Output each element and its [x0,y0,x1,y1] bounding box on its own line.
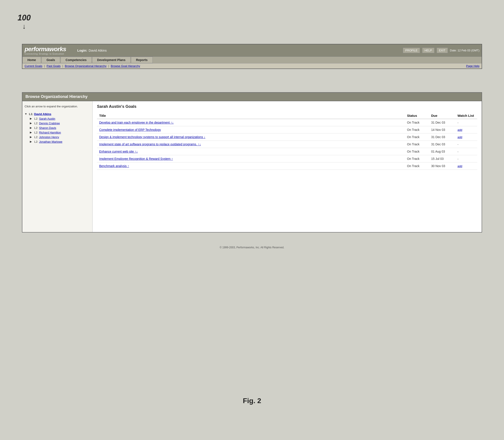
competencies-nav-button[interactable]: Competencies [61,57,92,63]
tree-item-david-atkins[interactable]: ▼L1: David Atkins [25,112,90,116]
due-column-header: Due [429,112,455,119]
table-row: Implement Employee Recognition & Reward … [97,155,477,163]
tree-prefix-6: L2: [34,140,38,143]
tree-arrow-3: ▶ [30,126,33,129]
tree-link-5[interactable]: Johnston Henry [39,136,59,139]
goal-title-0: Develop and train each employee in the d… [97,119,405,126]
tree-item-richard-hamilton[interactable]: ▶L2: Richard Hamilton [25,130,90,135]
tree-prefix-1: L2: [34,117,38,120]
current-goals-link[interactable]: Current Goals [25,64,42,68]
status-column-header: Status [405,112,429,119]
tree-item-dennis-crabtree[interactable]: ▶L2: Dennis Crabtree [25,121,90,125]
tree-link-3[interactable]: Sharon Davis [39,126,56,130]
watch-dash-4: - [457,150,458,153]
watch-add-link-1[interactable]: add [457,128,462,132]
profile-button[interactable]: PROFILE [403,48,420,53]
brand-logo: performaworks Connecting Strategy to Exe… [25,46,73,55]
goal-watch-0: - [455,119,477,126]
dev-plans-nav-button[interactable]: Development Plans [92,57,131,63]
goal-status-0: On Track [405,119,429,126]
tree-arrow-0: ▼ [25,112,28,115]
tree-arrow-4: ▶ [30,131,33,134]
exit-button[interactable]: EXIT [437,48,448,53]
tree-arrow-5: ▶ [30,136,33,138]
goals-pane: Sarah Austin's Goals Title Status Due Wa… [93,101,482,232]
goal-due-3: 31 Dec 03 [429,141,455,148]
goal-due-1: 14 Nov 03 [429,126,455,134]
scroll-indicator: 100 ↓ [18,13,31,30]
goal-link-3[interactable]: Implement state of art software programs… [99,142,201,146]
browse-goal-link[interactable]: Browse Goal Hierarchy [111,64,140,68]
hierarchy-pane: Click an arrow to expand the organizatio… [22,101,93,232]
goal-status-5: On Track [405,155,429,163]
goal-title-2: Design & implement technology systems to… [97,134,405,141]
goal-link-5[interactable]: Implement Employee Recognition & Reward … [99,157,173,161]
fig-caption: Fig. 2 [0,397,504,405]
table-row: Develop and train each employee in the d… [97,119,477,126]
goal-link-4[interactable]: Enhance current web site ↑↓ [99,150,138,153]
tree-arrow-2: ▶ [30,122,33,125]
footer: © 1999-2003, Performaworks, Inc. All Rig… [22,246,482,249]
tree-item-johnston-henry[interactable]: ▶L2: Johnston Henry [25,135,90,139]
goal-watch-4: - [455,148,477,155]
tree-prefix-0: L1: [29,112,33,116]
reports-nav-button[interactable]: Reports [131,57,153,63]
table-row: Design & implement technology systems to… [97,134,477,141]
browse-org-link[interactable]: Browse Organizational Hierarchy [65,64,106,68]
tree-prefix-3: L2: [34,126,38,130]
past-goals-link[interactable]: Past Goals [47,64,61,68]
tree-item-sarah-austin[interactable]: ▶L2: Sarah Austin [25,116,90,121]
goal-status-1: On Track [405,126,429,134]
goal-watch-6[interactable]: add [455,163,477,170]
header-actions: PROFILE HELP EXIT Date: 12 Feb 03 (GMT) [403,48,479,53]
main-content: Browse Organizational Hierarchy Click an… [22,92,482,233]
goal-link-0[interactable]: Develop and train each employee in the d… [99,121,173,124]
watch-add-link-6[interactable]: add [457,165,462,168]
goal-link-6[interactable]: Benchmark analysis ↑ [99,164,129,168]
goal-title-4: Enhance current web site ↑↓ [97,148,405,155]
tree-prefix-2: L2: [34,122,38,125]
goal-title-6: Benchmark analysis ↑ [97,163,405,170]
login-label: Login: [77,49,87,52]
table-row: Complete implementation of ERP Technolog… [97,126,477,134]
goal-link-1[interactable]: Complete implementation of ERP Technolog… [99,128,161,132]
help-button[interactable]: HELP [422,48,435,53]
goals-table-body: Develop and train each employee in the d… [97,119,477,170]
goal-status-3: On Track [405,141,429,148]
goal-link-2[interactable]: Design & implement technology systems to… [99,135,205,139]
login-section: Login: David Atkins [77,49,398,52]
tree-link-0[interactable]: David Atkins [34,112,51,116]
table-row: Benchmark analysis ↑On Track30 Nov 03add [97,163,477,170]
goals-table: Title Status Due Watch List Develop and … [97,112,477,170]
scroll-arrow: ↓ [18,22,31,30]
tree-link-2[interactable]: Dennis Crabtree [39,122,60,125]
goal-watch-5: - [455,155,477,163]
watch-add-link-2[interactable]: add [457,136,462,139]
goal-watch-1[interactable]: add [455,126,477,134]
home-nav-button[interactable]: Home [22,57,41,63]
goal-due-5: 15 Jul 03 [429,155,455,163]
tree-item-sharon-davis[interactable]: ▶L2: Sharon Davis [25,125,90,130]
tree-prefix-5: L2: [34,136,38,139]
section-header: Browse Organizational Hierarchy [22,92,482,101]
watch-dash-3: - [457,143,458,146]
tree-link-4[interactable]: Richard Hamilton [39,131,61,134]
watch-dash-0: - [457,121,458,124]
date-display: Date: 12 Feb 03 (GMT) [450,49,479,52]
tree-prefix-4: L2: [34,131,38,134]
header-bar: performaworks Connecting Strategy to Exe… [22,44,482,69]
goals-nav-button[interactable]: Goals [41,57,60,63]
goal-title-5: Implement Employee Recognition & Reward … [97,155,405,163]
goal-status-6: On Track [405,163,429,170]
tree-arrow-6: ▶ [30,140,33,143]
page-help-link[interactable]: Page Help [466,64,479,68]
title-column-header: Title [97,112,405,119]
goal-watch-2[interactable]: add [455,134,477,141]
goal-due-2: 31 Dec 03 [429,134,455,141]
goal-title-1: Complete implementation of ERP Technolog… [97,126,405,134]
tree-link-6[interactable]: Jonathan Marlowe [39,140,62,143]
tree-item-jonathan-marlowe[interactable]: ▶L2: Jonathan Marlowe [25,139,90,144]
watch-dash-5: - [457,157,458,161]
table-row: Implement state of art software programs… [97,141,477,148]
tree-link-1[interactable]: Sarah Austin [39,117,55,120]
